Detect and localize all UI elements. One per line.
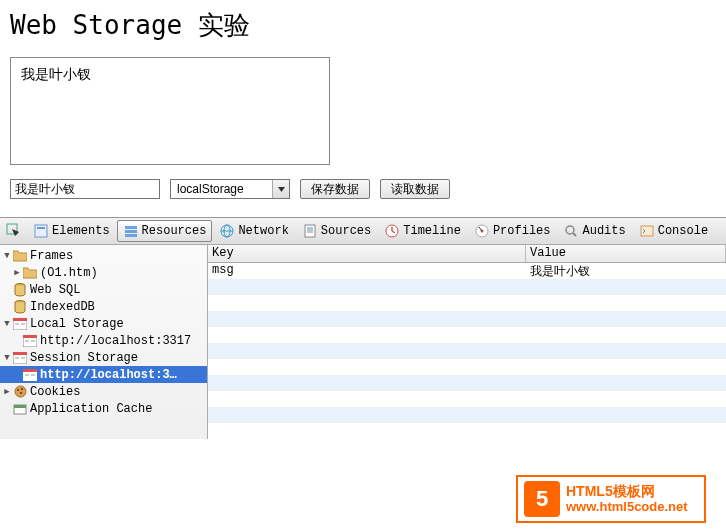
storage-icon bbox=[12, 351, 28, 365]
svg-line-20 bbox=[573, 233, 576, 236]
svg-rect-33 bbox=[13, 352, 27, 355]
sidebar-item-appcache[interactable]: Application Cache bbox=[0, 400, 207, 417]
chevron-down-icon: ▼ bbox=[2, 319, 12, 329]
appcache-icon bbox=[12, 402, 28, 416]
tab-profiles[interactable]: Profiles bbox=[468, 220, 557, 242]
svg-rect-30 bbox=[25, 340, 29, 342]
sidebar-item-cookies[interactable]: ▶ Cookies bbox=[0, 383, 207, 400]
tab-console[interactable]: Console bbox=[633, 220, 714, 242]
sidebar-item-localstorage-origin[interactable]: http://localhost:3317 bbox=[0, 332, 207, 349]
svg-rect-35 bbox=[21, 357, 25, 359]
output-box: 我是叶小钗 bbox=[10, 57, 330, 165]
svg-rect-1 bbox=[35, 225, 47, 237]
table-row[interactable]: msg 我是叶小钗 bbox=[208, 263, 726, 279]
svg-rect-27 bbox=[21, 323, 25, 325]
svg-rect-3 bbox=[125, 226, 137, 229]
storage-grid: Key Value msg 我是叶小钗 bbox=[208, 245, 726, 439]
audits-icon bbox=[563, 223, 579, 239]
grid-rows: msg 我是叶小钗 bbox=[208, 263, 726, 439]
chevron-down-icon[interactable] bbox=[272, 180, 289, 198]
svg-rect-5 bbox=[125, 234, 137, 237]
storage-icon bbox=[22, 334, 38, 348]
folder-icon bbox=[22, 266, 38, 280]
tab-timeline[interactable]: Timeline bbox=[378, 220, 467, 242]
inspect-icon[interactable] bbox=[4, 221, 24, 241]
grid-header: Key Value bbox=[208, 245, 726, 263]
sidebar-item-sessionstorage[interactable]: ▼ Session Storage bbox=[0, 349, 207, 366]
resources-sidebar: ▼ Frames ▶ (O1.htm) Web SQL IndexedDB ▼ bbox=[0, 245, 208, 439]
svg-point-43 bbox=[20, 392, 22, 394]
text-input[interactable] bbox=[10, 179, 160, 199]
storage-icon bbox=[22, 368, 38, 382]
profiles-icon bbox=[474, 223, 490, 239]
database-icon bbox=[12, 283, 28, 297]
select-value: localStorage bbox=[171, 182, 272, 196]
svg-point-41 bbox=[17, 389, 19, 391]
svg-point-19 bbox=[566, 226, 574, 234]
sidebar-item-frame-child[interactable]: ▶ (O1.htm) bbox=[0, 264, 207, 281]
controls-row: localStorage 保存数据 读取数据 bbox=[10, 179, 716, 199]
sidebar-item-localstorage[interactable]: ▼ Local Storage bbox=[0, 315, 207, 332]
chevron-right-icon: ▶ bbox=[12, 267, 22, 278]
svg-rect-4 bbox=[125, 230, 137, 233]
storage-select[interactable]: localStorage bbox=[170, 179, 290, 199]
svg-rect-26 bbox=[15, 323, 19, 325]
tab-resources[interactable]: Resources bbox=[117, 220, 213, 242]
svg-point-40 bbox=[15, 386, 26, 397]
tab-network[interactable]: Network bbox=[213, 220, 294, 242]
console-icon bbox=[639, 223, 655, 239]
network-icon bbox=[219, 223, 235, 239]
svg-rect-2 bbox=[37, 227, 45, 229]
devtools-panel: Elements Resources Network Sources Timel… bbox=[0, 217, 726, 439]
folder-icon bbox=[12, 249, 28, 263]
sidebar-item-sessionstorage-origin[interactable]: http://localhost:3… bbox=[0, 366, 207, 383]
grid-header-value[interactable]: Value bbox=[526, 245, 726, 262]
devtools-toolbar: Elements Resources Network Sources Timel… bbox=[0, 218, 726, 245]
chevron-down-icon: ▼ bbox=[2, 251, 12, 261]
svg-rect-25 bbox=[13, 318, 27, 321]
svg-rect-39 bbox=[31, 374, 35, 376]
sidebar-item-indexeddb[interactable]: IndexedDB bbox=[0, 298, 207, 315]
timeline-icon bbox=[384, 223, 400, 239]
svg-rect-31 bbox=[31, 340, 35, 342]
chevron-right-icon: ▶ bbox=[2, 386, 12, 397]
grid-header-key[interactable]: Key bbox=[208, 245, 526, 262]
svg-point-42 bbox=[21, 388, 23, 390]
read-button[interactable]: 读取数据 bbox=[380, 179, 450, 199]
svg-rect-37 bbox=[23, 369, 37, 372]
resources-icon bbox=[123, 223, 139, 239]
svg-rect-34 bbox=[15, 357, 19, 359]
database-icon bbox=[12, 300, 28, 314]
chevron-down-icon: ▼ bbox=[2, 353, 12, 363]
sidebar-item-frames[interactable]: ▼ Frames bbox=[0, 247, 207, 264]
page-title: Web Storage 实验 bbox=[10, 8, 716, 43]
sources-icon bbox=[302, 223, 318, 239]
svg-rect-29 bbox=[23, 335, 37, 338]
tab-audits[interactable]: Audits bbox=[557, 220, 631, 242]
svg-rect-9 bbox=[305, 225, 315, 237]
svg-rect-38 bbox=[25, 374, 29, 376]
elements-icon bbox=[33, 223, 49, 239]
tab-sources[interactable]: Sources bbox=[296, 220, 377, 242]
cookie-icon bbox=[12, 385, 28, 399]
tab-elements[interactable]: Elements bbox=[27, 220, 116, 242]
svg-rect-21 bbox=[641, 226, 653, 236]
storage-icon bbox=[12, 317, 28, 331]
save-button[interactable]: 保存数据 bbox=[300, 179, 370, 199]
sidebar-item-websql[interactable]: Web SQL bbox=[0, 281, 207, 298]
svg-rect-45 bbox=[14, 405, 26, 408]
